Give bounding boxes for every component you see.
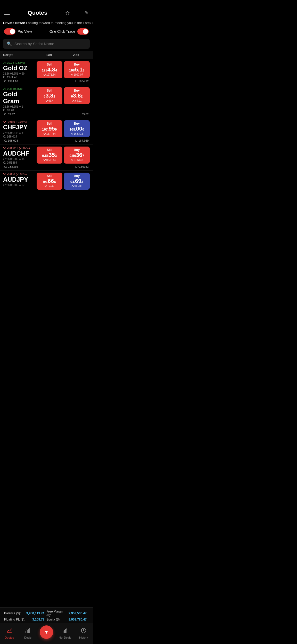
menu-button[interactable] <box>4 11 10 15</box>
quotes-icon <box>6 627 12 635</box>
nav-item-fab: ▾ <box>37 625 56 641</box>
nav-item-deals[interactable]: $ Deals <box>19 627 37 639</box>
buy-button-gold-oz[interactable]: Buy 1985.13 1997.07 <box>64 61 90 78</box>
sell-price-gold-gram: 63.81 <box>44 93 55 99</box>
equity-row: Equity ($): 9,953,780.47 <box>46 618 89 621</box>
one-click-toggle-item: One Click Trade <box>50 28 89 35</box>
buy-button-gold-gram[interactable]: Buy 63.82 64.21 <box>64 87 90 104</box>
fab-icon: ▾ <box>45 629 48 635</box>
account-info: Balance ($): 9,950,119.74 Free Margin ($… <box>0 607 93 623</box>
pro-view-toggle[interactable] <box>4 28 15 35</box>
quotes-list: 10.76 (0.55%) Gold OZ 22:36:03.951 ⇔ 29 … <box>0 59 93 192</box>
quote-open-gold-oz: O: 1974.48 <box>3 76 35 79</box>
sell-button-audjpy[interactable]: Sell 94.666 94.42 <box>37 173 62 190</box>
news-label: Private News: <box>3 21 25 25</box>
sell-button-audchf[interactable]: Sell 0.56353 0.56144 <box>37 147 62 164</box>
row-buttons-chfjpy: Sell 167.959 167.754 Buy 168.000 168.416 <box>37 120 90 137</box>
search-input[interactable] <box>14 42 86 46</box>
table-header: Script Bid Ask <box>0 51 93 59</box>
svg-rect-3 <box>26 631 26 633</box>
quote-left-chfjpy: -0.069 (-0.04%) CHFJPY 22:36:03.842 ⇔ 41… <box>3 120 35 138</box>
free-margin-row: Free Margin ($): 9,953,530.47 <box>46 610 89 617</box>
quote-change-text-gold-oz: 10.76 (0.55%) <box>7 61 25 64</box>
quote-bottom-gold-oz: C: 1974.16 L: 1984.92 <box>3 80 90 83</box>
col-bid-header: Bid <box>36 53 63 57</box>
quote-name-audjpy: AUDJPY <box>3 176 35 183</box>
quote-change-chfjpy: -0.069 (-0.04%) <box>3 120 35 123</box>
quote-name-gold-gram: Gold Gram <box>3 91 35 104</box>
buy-price-audjpy: 94.693 <box>70 178 83 184</box>
sell-button-gold-gram[interactable]: Sell 63.81 63.4 <box>37 87 62 104</box>
sell-label-chfjpy: Sell <box>47 122 52 125</box>
page-title: Quotes <box>28 10 47 16</box>
one-click-toggle[interactable] <box>77 28 89 35</box>
quote-time-gold-gram: 22:36:03.951 ⇔ 1 <box>3 105 35 108</box>
quote-last-gold-gram: L: 63.82 <box>78 113 89 116</box>
quote-time-chfjpy: 22:36:03.842 ⇔ 41 <box>3 132 35 134</box>
sell-label-gold-oz: Sell <box>47 63 52 66</box>
buy-price-gold-gram: 63.82 <box>71 93 82 99</box>
header-icons: ☆ ＋ ✎ <box>65 9 89 16</box>
quote-row-audchf: -0.00012 (-0.02%) AUDCHF 22:36:03.685 ⇔ … <box>0 144 93 171</box>
sell-button-chfjpy[interactable]: Sell 167.959 167.754 <box>37 120 62 137</box>
quote-open-chfjpy: O: 168.014 <box>3 135 35 138</box>
quote-last-audchf: L: 0.56353 <box>75 165 89 168</box>
fab-button[interactable]: ▾ <box>40 625 53 639</box>
buy-sub-gold-gram: 64.21 <box>72 99 81 102</box>
buy-label-audchf: Buy <box>74 148 80 152</box>
buy-label-chfjpy: Buy <box>74 122 80 125</box>
edit-icon[interactable]: ✎ <box>84 10 89 16</box>
free-margin-label: Free Margin ($): <box>46 610 69 617</box>
nav-label-quotes: Quotes <box>5 636 14 639</box>
sell-sub-audjpy: 94.42 <box>45 185 54 188</box>
quote-row-gold-oz: 10.76 (0.55%) Gold OZ 22:36:03.951 ⇔ 29 … <box>0 59 93 85</box>
sell-button-gold-oz[interactable]: Sell 1984.84 1971.84 <box>37 61 62 78</box>
history-icon <box>80 627 87 635</box>
search-bar: 🔍 <box>3 39 90 49</box>
buy-button-chfjpy[interactable]: Buy 168.000 168.416 <box>64 120 90 137</box>
buy-price-audchf: 0.56367 <box>69 152 84 158</box>
quote-last-gold-oz: L: 1984.92 <box>75 80 89 83</box>
buy-price-gold-oz: 1985.13 <box>69 67 85 73</box>
news-bar: Private News: Looking forward to meeting… <box>0 19 93 26</box>
one-click-label: One Click Trade <box>50 29 75 34</box>
quote-top-chfjpy: -0.069 (-0.04%) CHFJPY 22:36:03.842 ⇔ 41… <box>3 120 90 138</box>
svg-rect-4 <box>27 630 28 633</box>
hamburger-line-2 <box>4 13 10 13</box>
nav-item-history[interactable]: History <box>74 627 93 639</box>
quote-left-gold-oz: 10.76 (0.55%) Gold OZ 22:36:03.951 ⇔ 29 … <box>3 61 35 79</box>
quote-time-audjpy: 22:36:03.685 ⇔ 27 <box>3 184 35 187</box>
sell-label-gold-gram: Sell <box>47 89 52 92</box>
quote-bottom-audchf: C: 0.56365 L: 0.56353 <box>3 165 90 168</box>
toggles-row: Pro View One Click Trade <box>0 26 93 37</box>
sell-sub-gold-oz: 1971.84 <box>43 73 56 76</box>
equity-label: Equity ($): <box>46 618 61 621</box>
nav-label-history: History <box>79 636 88 639</box>
quote-name-chfjpy: CHFJPY <box>3 124 35 131</box>
buy-sub-gold-oz: 1997.07 <box>71 73 83 76</box>
plus-icon[interactable]: ＋ <box>75 9 80 16</box>
quote-time-audchf: 22:36:03.685 ⇔ 14 <box>3 158 35 160</box>
quote-change-gold-gram: 0.35 (0.55%) <box>3 87 35 90</box>
row-buttons-audjpy: Sell 94.666 94.42 Buy 94.693 94.700 <box>37 173 90 190</box>
quote-change-text-audchf: -0.00012 (-0.02%) <box>7 147 30 150</box>
nav-item-net-deals[interactable]: $ Net Deals <box>56 627 74 639</box>
buy-button-audchf[interactable]: Buy 0.56367 0.56448 <box>64 147 90 164</box>
bottom-bar: Balance ($): 9,950,119.74 Free Margin ($… <box>0 607 93 644</box>
quote-last-chfjpy: L: 167.959 <box>75 139 89 142</box>
buy-button-audjpy[interactable]: Buy 94.693 94.700 <box>64 173 90 190</box>
nav-item-quotes[interactable]: Quotes <box>0 627 19 639</box>
star-icon[interactable]: ☆ <box>65 10 70 16</box>
quote-time-gold-oz: 22:36:03.951 ⇔ 29 <box>3 72 35 75</box>
quote-row-chfjpy: -0.069 (-0.04%) CHFJPY 22:36:03.842 ⇔ 41… <box>0 118 93 144</box>
quote-bottom-chfjpy: C: 168.028 L: 167.959 <box>3 139 90 142</box>
balance-label: Balance ($): <box>4 611 21 615</box>
buy-label-audjpy: Buy <box>74 174 80 178</box>
balance-value: 9,950,119.74 <box>26 611 44 615</box>
quote-row-gold-gram: 0.35 (0.55%) Gold Gram 22:36:03.951 ⇔ 1 … <box>0 85 93 118</box>
svg-rect-8 <box>63 631 63 633</box>
buy-sub-chfjpy: 168.416 <box>71 132 83 135</box>
net-deals-icon: $ <box>62 627 68 635</box>
pro-view-label: Pro View <box>18 29 32 34</box>
one-click-knob <box>83 29 88 34</box>
